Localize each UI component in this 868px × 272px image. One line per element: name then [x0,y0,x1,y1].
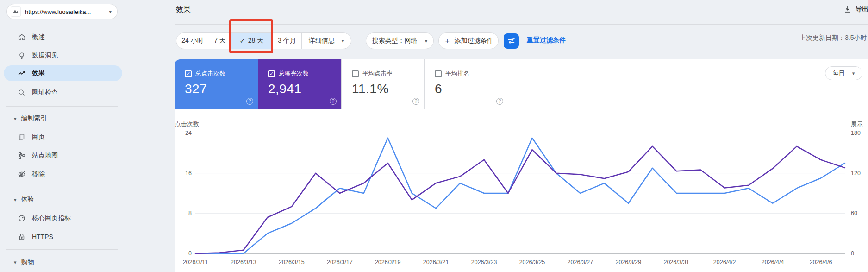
metric-label: 平均排名 [445,70,469,78]
eye-off-icon [18,170,26,178]
plus-icon: ＋ [444,37,451,45]
sidebar-item-label: 站点地图 [32,152,58,160]
chevron-down-icon: ▾ [342,38,344,44]
sidebar-item-label: 效果 [32,69,45,77]
segment-label: 3 个月 [278,37,296,45]
divider [358,36,358,45]
sidebar-item-label: 网页 [32,133,45,141]
speedometer-icon [18,214,26,222]
x-axis-tick: 2026/3/17 [327,259,353,266]
add-filter-label: 添加过滤条件 [455,37,493,45]
property-selector[interactable]: https://www.luosaifeika... ▾ [6,4,118,19]
reset-filters-link[interactable]: 重置过滤条件 [527,36,566,44]
section-header-label: 购物 [21,258,34,266]
metric-label: 总点击次数 [195,70,225,78]
sidebar-item-core-web-vitals[interactable]: 核心网页指标 [4,210,122,226]
x-axis-tick: 2026/3/19 [375,259,401,266]
section-header-label: 编制索引 [21,114,47,123]
metric-value: 2,941 [268,82,302,96]
filter-sparkle-icon [507,37,516,45]
sidebar-item-overview[interactable]: 概述 [4,29,122,45]
sidebar-item-label: HTTPS [32,233,53,240]
x-axis-tick: 2026/3/15 [279,259,305,266]
lightbulb-icon [18,51,26,60]
x-axis-tick: 2026/3/25 [519,259,545,266]
sidebar-section-experience[interactable]: ▾ 体验 [4,192,122,208]
y-axis-left-tick: 16 [185,170,192,177]
metric-card-average-ctr[interactable]: 平均点击率 11.1% ? [341,59,425,109]
chevron-down-icon: ▾ [14,116,17,121]
sidebar-item-performance[interactable]: 效果 [4,65,122,81]
section-header-label: 体验 [21,196,34,204]
checkbox-unchecked-icon[interactable] [435,70,442,77]
y-axis-left-tick: 24 [185,130,192,136]
x-axis-tick: 2026/3/13 [231,259,256,266]
x-axis-tick: 2026/3/11 [183,259,208,266]
x-axis-tick: 2026/3/27 [568,259,593,266]
chevron-down-icon: ▾ [109,9,112,14]
y-axis-right-tick: 120 [851,170,861,177]
check-icon: ✓ [240,38,245,44]
x-axis-tick: 2026/3/23 [471,259,497,266]
help-icon[interactable]: ? [412,98,419,105]
ai-filter-button[interactable] [504,33,519,49]
checkbox-checked-icon[interactable]: ✓ [185,70,192,77]
checkbox-unchecked-icon[interactable] [352,70,359,77]
search-console-performance-page: https://www.luosaifeika... ▾ 概述 数据洞见 效果 [0,0,868,272]
segment-label: 详细信息 [309,37,335,45]
divider [6,187,118,187]
checkbox-checked-icon[interactable]: ✓ [268,70,275,77]
date-range-24h[interactable]: 24 小时 [176,33,209,49]
y-axis-right-tick: 60 [851,210,857,216]
sidebar-item-insights[interactable]: 数据洞见 [4,48,122,63]
date-range-7d[interactable]: 7 天 [209,33,231,49]
chevron-down-icon: ▾ [425,38,428,44]
sidebar-item-https[interactable]: HTTPS [4,229,122,245]
sidebar-item-label: 数据洞见 [32,51,58,60]
metric-card-total-impressions[interactable]: ✓ 总曝光次数 2,941 ? [258,59,341,109]
sidebar-item-label: 移除 [32,170,45,178]
last-updated-text: 上次更新日期：3.5小时 [799,34,867,42]
export-button[interactable]: 导出 [843,5,868,13]
date-range-custom[interactable]: 详细信息 ▾ [301,33,351,49]
help-icon[interactable]: ? [246,98,253,105]
performance-line-chart[interactable]: 241680180120600点击次数展示2026/3/112026/3/132… [175,116,868,272]
date-range-3m[interactable]: 3 个月 [272,33,301,49]
sidebar-item-label: 核心网页指标 [32,214,71,222]
chevron-down-icon: ▾ [14,260,17,265]
y-axis-right-title: 展示 [851,120,863,127]
metric-value: 6 [435,82,442,96]
help-icon[interactable]: ? [330,98,337,105]
x-axis-tick: 2026/3/29 [616,259,642,266]
search-type-filter-button[interactable]: 搜索类型：网络 ▾ [366,32,434,49]
metric-card-average-position[interactable]: 平均排名 6 ? [425,59,508,109]
export-label: 导出 [856,5,868,13]
granularity-dropdown[interactable]: 每日 ▾ [825,66,862,80]
metric-card-total-clicks[interactable]: ✓ 总点击次数 327 ? [175,59,258,109]
lock-icon [18,233,26,241]
y-axis-right-tick: 0 [851,250,854,257]
sidebar-section-shopping[interactable]: ▾ 购物 [4,254,122,270]
sidebar-section-indexing[interactable]: ▾ 编制索引 [4,111,122,127]
download-icon [843,5,852,13]
sidebar-item-url-inspection[interactable]: 网址检查 [4,85,122,101]
x-axis-tick: 2026/3/31 [663,259,689,266]
pages-icon [18,133,26,141]
x-axis-tick: 2026/4/6 [810,259,832,266]
sidebar-item-removals[interactable]: 移除 [4,166,122,182]
y-axis-left-title: 点击次数 [175,120,199,127]
home-icon [18,33,26,41]
property-url: https://www.luosaifeika... [25,8,105,15]
metric-label: 平均点击率 [362,70,393,78]
y-axis-left-tick: 0 [188,250,192,257]
x-axis-tick: 2026/4/4 [762,259,784,266]
sidebar-item-sitemaps[interactable]: 站点地图 [4,148,122,164]
help-icon[interactable]: ? [496,98,503,105]
y-axis-left-tick: 8 [188,210,192,216]
chart-line-impressions [195,146,845,253]
search-icon [18,89,26,97]
add-filter-button[interactable]: ＋ 添加过滤条件 [438,32,499,49]
sidebar-item-pages[interactable]: 网页 [4,129,122,145]
sidebar-item-label: 概述 [32,33,45,41]
date-range-28d[interactable]: ✓ 28 天 [231,33,272,49]
